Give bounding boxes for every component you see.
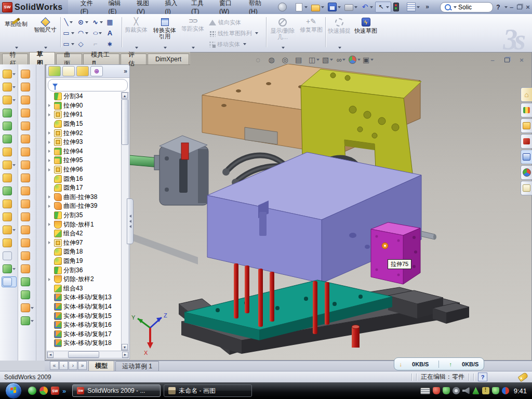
replace-face[interactable]: [20, 211, 35, 222]
featuremanager-tree-tab[interactable]: [48, 66, 61, 76]
slot-tool[interactable]: ▭: [61, 38, 76, 49]
tree-horizontal-scrollbar[interactable]: ◄ ►: [47, 351, 129, 358]
sketch-button[interactable]: 草图绘制: [2, 16, 30, 50]
trim-surface[interactable]: [20, 250, 35, 261]
app-close-button[interactable]: ×: [524, 3, 532, 11]
design-library-tab[interactable]: [521, 103, 532, 117]
expand-arrow[interactable]: [48, 278, 52, 281]
taskbar-clock[interactable]: 9:41: [514, 387, 527, 395]
previous-study-button[interactable]: ‹: [59, 361, 68, 370]
feature-tree-item[interactable]: 切除-放样1: [47, 220, 122, 229]
feature-tree-item[interactable]: 圆角15: [47, 119, 122, 129]
feature-tree-item[interactable]: 分割34: [47, 92, 122, 101]
feature-tree-item[interactable]: 拉伸91: [47, 110, 122, 119]
commandmanager-tab[interactable]: 模具工具: [83, 54, 119, 64]
search-box[interactable]: Solic: [440, 2, 493, 12]
undo[interactable]: ↶: [360, 2, 375, 12]
extend-surface[interactable]: [20, 237, 35, 248]
reference-axis[interactable]: [2, 250, 17, 261]
expand-arrow[interactable]: [48, 113, 52, 116]
volume-icon[interactable]: [462, 387, 470, 394]
model-scene[interactable]: Y Z X 拉伸75: [129, 64, 532, 361]
options[interactable]: [405, 2, 421, 12]
quick-launch-chevron[interactable]: »: [62, 387, 66, 395]
feature-tree-item[interactable]: 圆角18: [47, 247, 122, 257]
start-button[interactable]: [5, 382, 22, 399]
security-shield-icon[interactable]: [443, 387, 450, 394]
smart-dimension-button[interactable]: 智能尺寸: [31, 16, 59, 50]
radiate-surface[interactable]: [20, 172, 35, 183]
scrollbar-thumb[interactable]: [122, 99, 128, 145]
ellipse-tool[interactable]: ○: [90, 28, 105, 38]
feature-tree-item[interactable]: 拉伸90: [47, 101, 122, 111]
print[interactable]: [343, 2, 359, 12]
convert-entities-button[interactable]: 转换实体引用: [151, 16, 179, 50]
feature-tree-item[interactable]: 拉伸93: [47, 138, 122, 147]
commandmanager-tab[interactable]: DimXpert: [148, 54, 189, 64]
open[interactable]: [310, 2, 326, 12]
side-block-magenta[interactable]: [371, 222, 420, 284]
feature-tree-item[interactable]: 分割36: [47, 265, 122, 275]
app-restore-button[interactable]: [515, 3, 524, 11]
ruled-surface[interactable]: [20, 185, 35, 196]
feature-tree-item[interactable]: 实体-移动/复制14: [47, 302, 122, 312]
media-app-icon[interactable]: [39, 387, 48, 395]
panel-overflow-chevron[interactable]: »: [124, 68, 127, 75]
swept-surface[interactable]: [20, 95, 35, 105]
delete-face[interactable]: [20, 198, 35, 209]
feature-tree-item[interactable]: 实体-移动/复制17: [47, 329, 122, 339]
tree-filter-box[interactable]: [48, 79, 128, 91]
scroll-left-button[interactable]: ◄: [47, 352, 54, 358]
zoom-to-fit[interactable]: ◌: [254, 55, 266, 65]
quick-tips-button[interactable]: ?: [478, 373, 487, 381]
taskbar-button-solidworks[interactable]: SW SolidWorks 2009 - ...: [72, 384, 161, 397]
search-input[interactable]: Solic: [458, 4, 472, 11]
doc-restore-button[interactable]: [502, 56, 512, 64]
help-button[interactable]: ?: [493, 4, 503, 11]
expand-arrow[interactable]: [48, 205, 52, 208]
app-minimize-button[interactable]: –: [508, 3, 516, 11]
network-icon[interactable]: [502, 387, 509, 394]
home-tab[interactable]: ⌂: [521, 87, 532, 102]
dimxpertmanager-tab[interactable]: ⊕: [90, 66, 103, 76]
propertymanager-tab[interactable]: [62, 66, 75, 76]
next-study-button[interactable]: ›: [69, 361, 77, 370]
curve[interactable]: [2, 263, 17, 274]
antivirus-shield-icon[interactable]: [433, 387, 440, 394]
circle-tool[interactable]: ⊙: [76, 17, 90, 28]
messenger-icon[interactable]: [28, 387, 36, 395]
knit-surface[interactable]: [20, 263, 35, 274]
first-study-button[interactable]: «: [50, 361, 59, 370]
feature-tree-item[interactable]: 曲面-拉伸39: [47, 202, 122, 211]
lofted-surface[interactable]: [20, 108, 35, 118]
expand-arrow[interactable]: [48, 223, 52, 226]
scroll-right-button[interactable]: ►: [122, 352, 128, 358]
combine[interactable]: [2, 172, 17, 183]
doc-close-button[interactable]: ×: [517, 56, 526, 64]
custom-properties-tab[interactable]: [521, 181, 532, 195]
reference-point-2[interactable]: [20, 302, 35, 313]
select-region-tool[interactable]: ▦: [105, 17, 119, 28]
dropdown-arrow[interactable]: [15, 47, 18, 49]
hide-show-items[interactable]: ∞: [335, 55, 347, 65]
panel-splitter-handle[interactable]: [127, 198, 134, 244]
pin[interactable]: [276, 2, 292, 12]
expand-arrow[interactable]: [48, 131, 52, 135]
shell[interactable]: [2, 134, 17, 144]
guide-rod-gray[interactable]: [131, 233, 198, 264]
commandmanager-tab[interactable]: 特征: [2, 54, 28, 64]
stop-pin-red[interactable]: [352, 325, 360, 348]
taskbar-button-paint[interactable]: 未命名 - 画图: [164, 384, 252, 397]
updates-gear-icon[interactable]: [453, 387, 460, 394]
arc-tool[interactable]: ◠: [76, 28, 90, 38]
expand-arrow[interactable]: [48, 241, 52, 244]
feature-tree-item[interactable]: 圆角17: [47, 183, 122, 193]
file-explorer-tab[interactable]: [521, 118, 532, 133]
move-copy-bodies[interactable]: [2, 211, 17, 222]
feature-tree-item[interactable]: 组合43: [47, 284, 122, 293]
view-orientation[interactable]: ◫: [308, 55, 320, 65]
lofted-boss[interactable]: [2, 121, 17, 131]
scroll-up-button[interactable]: ▲: [122, 92, 128, 99]
polygon-tool[interactable]: ◇: [76, 38, 90, 49]
solidworks-resources-tab[interactable]: [521, 134, 532, 149]
